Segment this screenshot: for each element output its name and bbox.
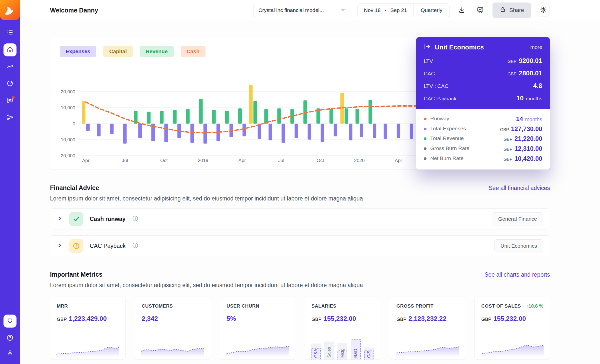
chevron-right-icon[interactable] (57, 242, 63, 249)
home-icon (6, 46, 14, 54)
model-selector[interactable]: Crystal inc financial model... (253, 3, 351, 18)
sidebar-bottom (4, 315, 16, 358)
svg-text:Oct: Oct (160, 158, 168, 163)
salary-bar: R&D (351, 332, 360, 360)
date-range[interactable]: Nov 18 - Sep 21 (358, 3, 414, 17)
sidebar-item-tasks[interactable] (4, 26, 16, 39)
legend-chip-expenses[interactable]: Expenses (60, 46, 96, 57)
salaries-mini-bar-chart: G&ASalesMktgR&DC/S (311, 332, 374, 360)
more-link[interactable]: more (530, 44, 542, 50)
sidebar-item-reports[interactable] (4, 77, 16, 90)
important-metrics-header: Important Metrics See all charts and rep… (50, 271, 550, 278)
date-to: Sep 21 (390, 7, 407, 13)
status-warning-icon (69, 239, 83, 253)
metric-card-cost-of-sales[interactable]: COST OF SALES +10.8 % GBP155,232.00 (474, 297, 550, 360)
app-logo[interactable] (0, 0, 20, 20)
breakdown-row: Net Burn Rate GBP10,420.00 (424, 155, 542, 162)
stat-label[interactable]: LTV (424, 58, 433, 65)
unit-economics-panel: Unit Economics more LTV GBP9200.01 CAC G… (416, 37, 550, 170)
section-title: Financial Advice (50, 184, 99, 191)
stat-row: LTV GBP9200.01 (424, 55, 542, 67)
metric-card-customers[interactable]: CUSTOMERS 2,342 (135, 297, 210, 360)
heart-icon (6, 317, 14, 325)
main-area: Welcome Danny Crystal inc financial mode… (20, 0, 600, 364)
stat-label[interactable]: LTV : CAC (424, 83, 448, 90)
svg-text:2019: 2019 (198, 158, 208, 163)
salary-bar-label: Mktg (340, 349, 345, 358)
period-selector[interactable]: Quarterly (414, 3, 449, 17)
breakdown-row: Runway 14months (424, 115, 542, 123)
salary-bar-label: Sales (327, 347, 332, 358)
sidebar-item-messages[interactable] (4, 94, 16, 107)
salary-bar: Sales (324, 332, 334, 360)
advice-tag: Unit Economics (494, 239, 543, 252)
profile-button[interactable] (6, 349, 14, 358)
workflow-icon (6, 114, 14, 122)
metric-card-mrr[interactable]: MRR GBP1,223,429.00 (50, 297, 126, 360)
chevron-right-icon[interactable] (57, 215, 63, 222)
expenses-dot (424, 128, 426, 130)
svg-text:2020: 2020 (354, 158, 364, 163)
sparkline (56, 339, 119, 357)
gear-icon (540, 6, 547, 14)
metric-card-gross-profit[interactable]: GROSS PROFIT GBP2,123,232.22 (390, 297, 465, 360)
sparkline (226, 339, 289, 357)
sidebar-item-home[interactable] (4, 43, 16, 56)
bird-logo-icon (1, 0, 19, 19)
legend-chip-revenue[interactable]: Revenue (140, 46, 174, 57)
presentation-button[interactable] (474, 4, 486, 16)
financial-advice-header: Financial Advice See all financial advic… (50, 184, 550, 191)
sparkline (396, 339, 459, 357)
see-all-charts-link[interactable]: See all charts and reports (484, 271, 550, 278)
svg-text:-10,000: -10,000 (60, 137, 75, 142)
presentation-icon (477, 6, 484, 14)
metric-card-user-churn[interactable]: USER CHURN 5% (220, 297, 295, 360)
sidebar (0, 0, 20, 364)
advice-tag: General Finance (492, 212, 543, 225)
metric-card-salaries[interactable]: SALARIES GBP155,232.00 G&ASalesMktgR&DC/… (305, 297, 380, 360)
lock-icon (500, 6, 506, 14)
info-icon[interactable] (132, 215, 138, 223)
sidebar-item-trends[interactable] (4, 60, 16, 73)
status-ok-icon (69, 212, 83, 226)
sidebar-item-workflows[interactable] (4, 111, 16, 124)
metric-cards-row: MRR GBP1,223,429.00 CUSTOMERS 2,342 USER… (50, 297, 550, 360)
favorites-button[interactable] (4, 315, 16, 328)
content: Expenses Capital Revenue Cash 20,00010,0… (20, 20, 600, 360)
see-all-advices-link[interactable]: See all financial advices (489, 185, 550, 191)
breakdown-row: Gross Burn Rate GBP12,310.00 (424, 145, 542, 152)
info-icon[interactable] (132, 242, 138, 250)
salary-bar-label: R&D (353, 349, 358, 358)
advice-title: Cash runway (90, 216, 126, 222)
trending-up-icon (6, 63, 14, 71)
download-button[interactable] (456, 4, 468, 16)
svg-text:10,000: 10,000 (61, 105, 75, 110)
pie-chart-icon (6, 80, 14, 88)
gross-burn-dot (424, 147, 426, 150)
stat-label[interactable]: CAC (424, 71, 435, 77)
panel-title: Unit Economics (435, 43, 484, 51)
share-button[interactable]: Share (492, 2, 531, 18)
salary-bar: C/S (364, 332, 374, 360)
stat-label[interactable]: CAC Payback (424, 96, 456, 102)
salary-bar-label: C/S (366, 351, 372, 358)
date-range-control: Nov 18 - Sep 21 Quarterly (357, 3, 450, 17)
settings-button[interactable] (537, 4, 550, 16)
model-selector-value: Crystal inc financial model... (258, 7, 324, 13)
help-button[interactable] (6, 334, 14, 343)
stat-row: LTV : CAC 4.8 (424, 80, 542, 92)
svg-text:-20,000: -20,000 (60, 153, 75, 158)
date-from: Nov 18 (364, 7, 381, 13)
page-title: Welcome Danny (50, 7, 98, 14)
growth-badge: +10.8 % (526, 303, 543, 309)
svg-text:Jul: Jul (122, 158, 128, 163)
notification-dot (12, 96, 15, 99)
section-subtitle: Lorem ipsum dolor sit amet, consectetur … (50, 195, 550, 202)
share-label: Share (509, 7, 524, 13)
advice-row-cash-runway[interactable]: Cash runway General Finance (50, 208, 550, 229)
section-title: Important Metrics (50, 271, 102, 278)
legend-chip-capital[interactable]: Capital (103, 46, 133, 57)
legend-chip-cash[interactable]: Cash (181, 46, 206, 57)
advice-row-cac-payback[interactable]: CAC Payback Unit Economics (50, 235, 550, 256)
advice-title: CAC Payback (90, 243, 126, 249)
